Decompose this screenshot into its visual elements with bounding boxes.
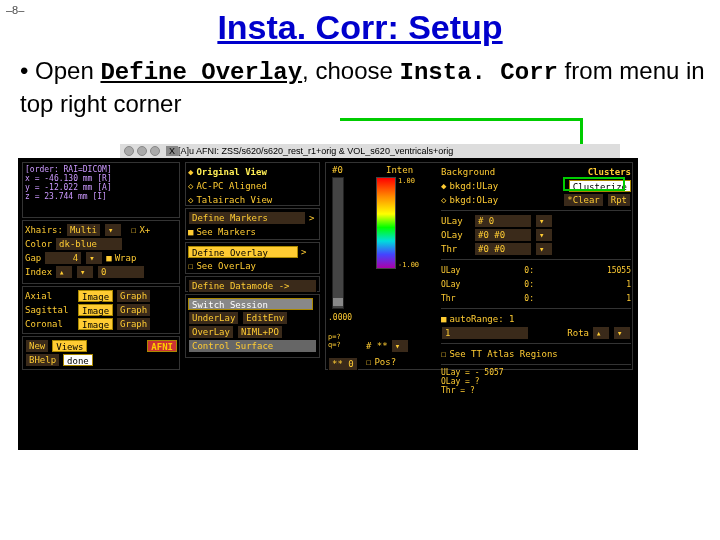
switch-session-btn[interactable]: Switch Session	[188, 298, 313, 310]
axial-graph-btn[interactable]: Graph	[116, 289, 151, 303]
sag-image-btn[interactable]: Image	[78, 304, 113, 316]
window-titlebar: X [A]u AFNI: ZSS/s620/s620_rest_r1+orig …	[120, 144, 620, 158]
bkgd-olay[interactable]: bkgd:OLay	[449, 195, 498, 205]
axial-label: Axial	[25, 291, 75, 301]
see-markers[interactable]: See Markers	[196, 227, 256, 237]
clusters-label: Clusters	[588, 167, 631, 177]
pos-label[interactable]: Pos?	[374, 357, 396, 367]
color-label: Color	[25, 239, 52, 249]
ctrlsurf-btn[interactable]: Control Surface	[188, 339, 317, 353]
datamode-btn[interactable]: Define Datamode ->	[188, 279, 317, 293]
editenv-btn[interactable]: EditEnv	[242, 311, 288, 325]
datamode-panel: Define Datamode ->	[185, 276, 320, 292]
olay-eq: OLay = ?	[441, 377, 631, 386]
bkgd-ulay[interactable]: bkgd:ULay	[449, 181, 498, 191]
window-title-text: [A]u AFNI: ZSS/s620/s620_rest_r1+orig & …	[178, 146, 453, 156]
views-btn[interactable]: Views	[52, 340, 87, 352]
diamond-icon[interactable]: ◆	[188, 167, 193, 177]
underlay-btn[interactable]: UnderLay	[188, 311, 239, 325]
n15055: 15055	[607, 266, 631, 275]
z-coord: z = 23.744 mm [I]	[25, 192, 177, 201]
session-panel: Switch Session UnderLay EditEnv OverLay …	[185, 294, 320, 358]
bullet-text: • Open Define Overlay, choose Insta. Cor…	[20, 55, 706, 119]
done-btn[interactable]: done	[63, 354, 93, 366]
define-markers-btn[interactable]: Define Markers	[188, 211, 306, 225]
max-dot	[150, 146, 160, 156]
thr-eq: Thr = ?	[441, 386, 631, 395]
inten-label: Inten	[386, 165, 413, 175]
page-number: –8–	[6, 4, 24, 16]
sharp0-label: #0	[332, 165, 343, 175]
arrow-dn-icon[interactable]: ▾	[104, 223, 122, 237]
cor-image-btn[interactable]: Image	[78, 318, 113, 330]
sag-graph-btn[interactable]: Graph	[116, 303, 151, 317]
index-value[interactable]: 0	[97, 265, 145, 279]
thr-slider[interactable]	[332, 177, 344, 309]
bg-label: Background	[441, 167, 495, 177]
slide-title: Insta. Corr: Setup	[0, 8, 720, 47]
clear-btn[interactable]: *Clear	[563, 193, 604, 207]
axial-image-btn[interactable]: Image	[78, 290, 113, 302]
index-label: Index	[25, 267, 52, 277]
xplus-label: X+	[139, 225, 150, 235]
bottom-left-panel: New Views AFNI BHelp done	[22, 336, 180, 370]
new-btn[interactable]: New	[25, 339, 49, 353]
arrow-horizontal	[340, 118, 583, 121]
z0-btn[interactable]: ** 0	[328, 357, 358, 371]
rota-label: Rota	[567, 328, 589, 338]
idx-dn[interactable]: ▾	[76, 265, 94, 279]
tlrc-view[interactable]: Talairach View	[196, 195, 272, 205]
colorbar	[376, 177, 396, 269]
see-overlay[interactable]: See OverLay	[196, 261, 256, 271]
colorbar-bot: -1.00	[398, 261, 419, 269]
view-mode-panel: ◆Original View ◇AC-PC Aligned ◇Talairach…	[185, 162, 320, 206]
xhairs-label: Xhairs:	[25, 225, 63, 235]
close-dot	[124, 146, 134, 156]
afni-gui: [order: RAI=DICOM] x = -46.130 mm [R] y …	[18, 158, 638, 450]
olay-sel[interactable]: #0 #0	[474, 228, 532, 242]
define-overlay-term: Define Overlay	[100, 59, 302, 86]
coronal-label: Coronal	[25, 319, 75, 329]
min-dot	[137, 146, 147, 156]
pq-text: p=? q=?	[328, 333, 341, 349]
coords-panel: [order: RAI=DICOM] x = -46.130 mm [R] y …	[22, 162, 180, 218]
window-dots	[124, 146, 160, 156]
dkblue-btn[interactable]: dk-blue	[55, 237, 123, 251]
thr-lbl: Thr	[441, 244, 471, 254]
nimlpo-btn[interactable]: NIML+PO	[237, 325, 283, 339]
thr-sel[interactable]: #0 #0	[474, 242, 532, 256]
atlas-label[interactable]: See TT Atlas Regions	[449, 349, 557, 359]
gap-value[interactable]: 4	[44, 251, 82, 265]
gap-arrow[interactable]: ▾	[85, 251, 103, 265]
n10000: .0000	[328, 313, 352, 322]
orig-view[interactable]: Original View	[196, 167, 266, 177]
sagittal-label: Sagittal	[25, 305, 75, 315]
xhairs-panel: Xhairs: Multi ▾ ☐ X+ Color dk-blue Gap 4…	[22, 220, 180, 284]
y-coord: y = -12.022 mm [A]	[25, 183, 177, 192]
overlay-btn[interactable]: OverLay	[188, 325, 234, 339]
markers-panel: Define Markers > ■See Markers	[185, 208, 320, 240]
rpt-btn[interactable]: Rpt	[607, 193, 631, 207]
acpc-view[interactable]: AC-PC Aligned	[196, 181, 266, 191]
ulay-lbl: ULay	[441, 216, 471, 226]
overlay-def-panel: #0 Inten 1.00 -1.00 .0000 p=? q=? ** 0 #…	[325, 162, 633, 370]
instacorr-term: Insta. Corr	[400, 59, 558, 86]
clusterize-highlight	[563, 177, 625, 191]
bhelp-btn[interactable]: BHelp	[25, 353, 60, 367]
window-x-icon: X	[166, 146, 178, 156]
idx-up[interactable]: ▴	[55, 265, 73, 279]
order-label: [order: RAI=DICOM]	[25, 165, 177, 174]
olay-lbl: OLay	[441, 230, 471, 240]
ulay-eq: ULay = - 5057	[441, 368, 631, 377]
multi-btn[interactable]: Multi	[66, 223, 101, 237]
view-panel: Axial Image Graph Sagittal Image Graph C…	[22, 286, 180, 334]
overlay-panel: Define Overlay > ☐See OverLay	[185, 242, 320, 274]
cor-graph-btn[interactable]: Graph	[116, 317, 151, 331]
hash-label: # **	[366, 341, 388, 351]
define-overlay-btn[interactable]: Define Overlay	[188, 246, 298, 258]
ulay-sel[interactable]: # 0	[474, 214, 532, 228]
colorbar-top: 1.00	[398, 177, 415, 185]
range-field[interactable]: 1	[441, 326, 529, 340]
wrap-label: Wrap	[115, 253, 137, 263]
autorange[interactable]: autoRange: 1	[449, 314, 514, 324]
